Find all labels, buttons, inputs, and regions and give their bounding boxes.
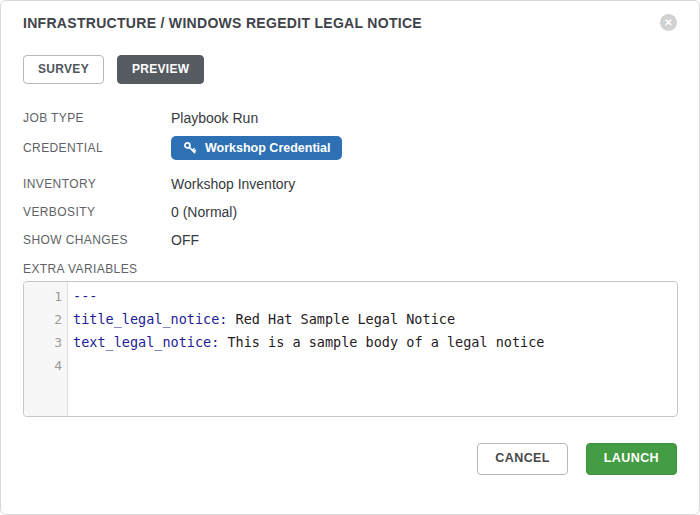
close-icon[interactable]: ✕ <box>660 14 677 31</box>
code-line: text_legal_notice: This is a sample body… <box>73 331 677 354</box>
field-row-job-type: JOB TYPE Playbook Run <box>23 104 677 132</box>
cancel-button[interactable]: CANCEL <box>477 443 567 475</box>
extra-variables-label: EXTRA VARIABLES <box>23 262 677 276</box>
modal-title: INFRASTRUCTURE / WINDOWS REGEDIT LEGAL N… <box>23 15 422 31</box>
code-line: --- <box>73 285 677 308</box>
yaml-token: --- <box>73 288 97 304</box>
line-number: 3 <box>24 331 67 354</box>
tab-survey[interactable]: SURVEY <box>23 55 104 84</box>
yaml-value: Red Hat Sample Legal Notice <box>227 311 455 327</box>
key-icon <box>183 141 197 155</box>
field-row-inventory: INVENTORY Workshop Inventory <box>23 170 677 198</box>
yaml-value: This is a sample body of a legal notice <box>219 334 544 350</box>
job-launch-preview-modal: INFRASTRUCTURE / WINDOWS REGEDIT LEGAL N… <box>0 0 700 515</box>
tab-preview[interactable]: PREVIEW <box>117 55 204 84</box>
field-label-show-changes: SHOW CHANGES <box>23 233 171 247</box>
field-value-job-type: Playbook Run <box>171 110 258 126</box>
credential-badge[interactable]: Workshop Credential <box>171 136 342 160</box>
extra-variables-editor[interactable]: 1 2 3 4 --- title_legal_notice: Red Hat … <box>23 281 678 417</box>
field-row-show-changes: SHOW CHANGES OFF <box>23 226 677 254</box>
code-line: title_legal_notice: Red Hat Sample Legal… <box>73 308 677 331</box>
yaml-token: text_legal_notice: <box>73 334 219 350</box>
modal-header: INFRASTRUCTURE / WINDOWS REGEDIT LEGAL N… <box>23 15 677 31</box>
modal-footer: CANCEL LAUNCH <box>23 443 677 475</box>
field-value-show-changes: OFF <box>171 232 199 248</box>
editor-code-area[interactable]: --- title_legal_notice: Red Hat Sample L… <box>68 282 677 416</box>
line-number: 2 <box>24 308 67 331</box>
field-row-verbosity: VERBOSITY 0 (Normal) <box>23 198 677 226</box>
yaml-token: title_legal_notice: <box>73 311 227 327</box>
launch-button[interactable]: LAUNCH <box>586 443 677 475</box>
field-label-verbosity: VERBOSITY <box>23 205 171 219</box>
field-row-credential: CREDENTIAL Workshop Credential <box>23 132 677 164</box>
line-number: 4 <box>24 354 67 377</box>
field-label-credential: CREDENTIAL <box>23 141 171 155</box>
tab-bar: SURVEY PREVIEW <box>23 55 677 84</box>
field-label-inventory: INVENTORY <box>23 177 171 191</box>
field-list: JOB TYPE Playbook Run CREDENTIAL Worksho… <box>23 104 677 254</box>
field-value-inventory: Workshop Inventory <box>171 176 295 192</box>
credential-badge-label: Workshop Credential <box>205 141 330 155</box>
field-label-job-type: JOB TYPE <box>23 111 171 125</box>
editor-gutter: 1 2 3 4 <box>24 282 68 416</box>
field-value-verbosity: 0 (Normal) <box>171 204 237 220</box>
line-number: 1 <box>24 285 67 308</box>
